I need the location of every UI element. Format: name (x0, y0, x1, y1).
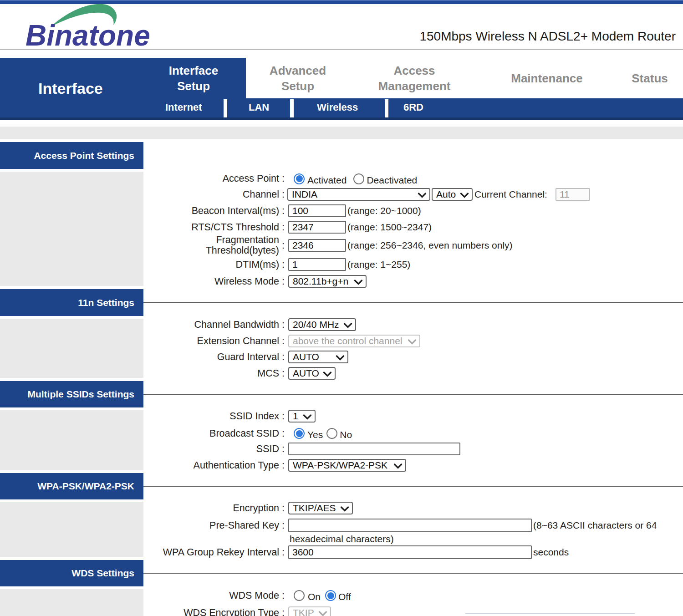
svg-text:Binatone: Binatone (25, 19, 150, 51)
